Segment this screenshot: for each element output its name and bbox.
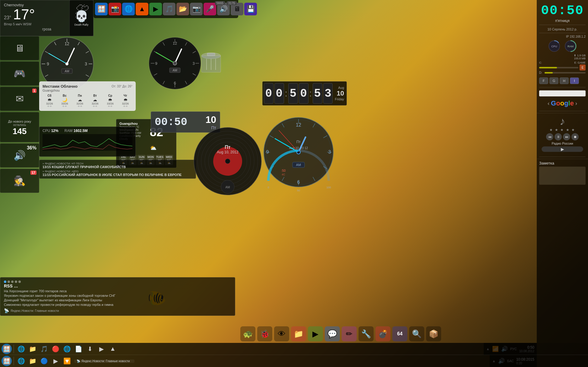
rp-play-icon: ▶ <box>561 147 564 152</box>
trash-icon[interactable] <box>196 47 226 77</box>
rp-music-play[interactable]: ⏸ <box>555 133 562 140</box>
rp-btn-h[interactable]: H <box>560 77 569 84</box>
rp-station: Радио России <box>539 142 586 145</box>
tb-icon-ie[interactable]: 🌐 <box>16 343 27 354</box>
dock-icon-search[interactable]: 🔍 <box>409 326 424 341</box>
tb-icon-red[interactable]: 🔴 <box>50 343 61 354</box>
rp-note-title: Заметка <box>539 161 586 165</box>
rss-source2: » ЯНДЕКС.НОВОСТИ: АВТО 11/15 РОССИЙСКИЙ … <box>43 170 193 177</box>
vinyl-svg: AM <box>193 127 262 196</box>
rp-drive-row-c: E <box>539 64 586 71</box>
taskbar-icon-camera2[interactable]: 📷 <box>190 3 203 15</box>
volume-icon: 🔊 <box>14 150 26 161</box>
rp-cpu-circles: CPU RAM <box>537 38 588 54</box>
tb-start-button2[interactable]: 🪟 <box>2 356 12 366</box>
tb-bottom-blue[interactable]: 🔵 <box>39 356 49 366</box>
cpu-label-text: CPU <box>43 129 50 133</box>
rp-google-prev[interactable]: ‹ <box>548 100 549 107</box>
sidebar-item-gamepad[interactable]: 🎮 <box>0 61 39 86</box>
tb-icon-explorer[interactable]: 📁 <box>27 343 38 354</box>
taskbar-icon-music[interactable]: 🎵 <box>163 3 175 15</box>
rp-music-stop[interactable]: ⏹ <box>571 133 579 140</box>
flip-date-num: 10 <box>337 89 344 97</box>
taskbar-icon-play[interactable]: ▶ <box>149 3 162 15</box>
rp-progress-bar[interactable]: ▶ <box>542 146 583 152</box>
taskbar-badge-566b: 566Б <box>215 1 225 5</box>
dock-icon-package[interactable]: 📦 <box>426 326 441 341</box>
rp-drive-labels: C: E: GAME <box>539 61 586 64</box>
wd-forecast: Сб🌧32/26☂☂Вс🌙33/26☂☂Пн☁32/26☂☂Вт☁32/26☂☂… <box>43 94 132 108</box>
sidebar-item-volume[interactable]: 36% 🔊 <box>0 143 39 168</box>
gw-cloud-icon: ⛅ <box>150 145 156 151</box>
sidebar-item-monitor[interactable]: 🖥 <box>0 36 39 60</box>
dock-icon-bug[interactable]: 🐞 <box>257 326 272 341</box>
dock-icon-play[interactable]: ▶ <box>308 326 323 341</box>
sidebar-item-mail[interactable]: 1 ✉ <box>0 87 39 111</box>
taskbar-icon-win[interactable]: 🪟 <box>95 3 108 15</box>
taskbar-icon-mic[interactable]: 🎤 <box>204 3 216 15</box>
rp-drive-c-size: ⬆ <box>574 54 576 57</box>
rp-url-bar[interactable] <box>539 90 586 96</box>
tb-bottom-folder[interactable]: 📁 <box>27 356 38 366</box>
days-count: 145 <box>13 127 27 136</box>
taskbar-badge-area: 566Б 317Б <box>215 2 237 5</box>
rss-bottom: RSS … На Херсонщине горит 700 гектаров л… <box>0 277 235 316</box>
g-letter-g: g <box>564 99 568 107</box>
flip-clock: 0 0 : 5 0 : 5 3 Aug 10 Friday <box>262 81 347 105</box>
svg-text:AM: AM <box>296 163 301 167</box>
svg-text:6: 6 <box>297 180 300 185</box>
taskbar-icon-folder[interactable]: 📂 <box>176 3 189 15</box>
rp-google-next[interactable]: › <box>575 100 577 107</box>
taskbar-icon-save[interactable]: 💾 <box>244 3 257 15</box>
trash-svg <box>198 48 225 75</box>
rp-music-prev[interactable]: ⏮ <box>546 133 553 140</box>
rss-dot-1 <box>4 281 6 283</box>
cpu-circle-svg: CPU <box>548 39 561 53</box>
tb-bottom-ie[interactable]: 🌐 <box>16 356 27 366</box>
tb-icon-chrome2[interactable]: 🌐 <box>62 343 72 354</box>
sidebar-item-spy[interactable]: 17 🕵 <box>0 169 39 193</box>
tb-icon-down[interactable]: ⬇ <box>84 343 95 354</box>
rp-btn-g[interactable]: G <box>549 77 558 84</box>
tb-icon-doc[interactable]: 📄 <box>73 343 84 354</box>
rss-dot-2 <box>8 281 10 283</box>
dock-icon-eye[interactable]: 👁 <box>274 326 289 341</box>
weather-temp-small: 23° <box>4 15 11 20</box>
dock-icon-filezilla[interactable]: 📁 <box>291 326 306 341</box>
tb-icon-music2[interactable]: 🎵 <box>39 343 49 354</box>
rp-btn-f[interactable]: F <box>539 77 548 84</box>
death-rally-panel[interactable]: 💀 Death Rally <box>69 0 93 36</box>
svg-text:4C: 4C <box>282 173 285 176</box>
tb-icon-triangle2[interactable]: ▲ <box>107 343 118 354</box>
tb-bottom-down[interactable]: 🔽 <box>62 356 72 366</box>
taskbar-bottom-row: 🪟 🌐 📁 🔵 ▶ 🔽 📡 Яндекс.Новости: Главные но… <box>0 355 588 367</box>
svg-text:0: 0 <box>267 186 269 189</box>
taskbar-icon-triangle[interactable]: ▲ <box>136 3 148 15</box>
cpu-pct: 12% <box>51 129 58 133</box>
rp-note-area[interactable] <box>539 167 586 185</box>
tb-icon-play2[interactable]: ▶ <box>96 343 107 354</box>
dock-icon-bomb[interactable]: 💣 <box>375 326 390 341</box>
dock-icon-tools[interactable]: 🔧 <box>359 326 374 341</box>
dock-icon-pen[interactable]: ✏ <box>342 326 357 341</box>
rp-btn-i[interactable]: I <box>570 77 579 84</box>
taskbar-icon-chrome[interactable]: 🌐 <box>122 3 135 15</box>
flip-h1: 0 <box>264 83 273 104</box>
svg-text:AM: AM <box>173 69 177 72</box>
rp-music-next[interactable]: ⏭ <box>563 133 570 140</box>
vinyl-day: Пт <box>193 145 262 150</box>
dock-icon-skype[interactable]: 💬 <box>325 326 340 341</box>
dock: 🐢 🐞 👁 📁 ▶ 💬 ✏ 🔧 💣 64 🔍 📦 <box>145 325 537 343</box>
flip-month: Aug <box>338 86 344 89</box>
taskbar-icon-camera[interactable]: 📸 <box>109 3 121 15</box>
wd-city: Guangzhou <box>43 89 77 92</box>
spy-icon: 🕵 <box>14 175 26 187</box>
flip-colon2: : <box>309 88 312 99</box>
tb-active-window[interactable]: 📡 Яндекс.Новости: Главные новости <box>74 359 134 363</box>
rp-ram-size: ⬆ 1.9 GB <box>537 54 588 57</box>
rp-music-controls: ⏮ ⏸ ⏭ ⏹ <box>539 133 586 140</box>
tb-bottom-play[interactable]: ▶ <box>50 356 61 366</box>
dock-icon-64[interactable]: 64 <box>392 326 407 341</box>
dock-icon-turtle[interactable]: 🐢 <box>240 326 255 341</box>
tb-start-button[interactable]: 🪟 <box>2 344 12 354</box>
